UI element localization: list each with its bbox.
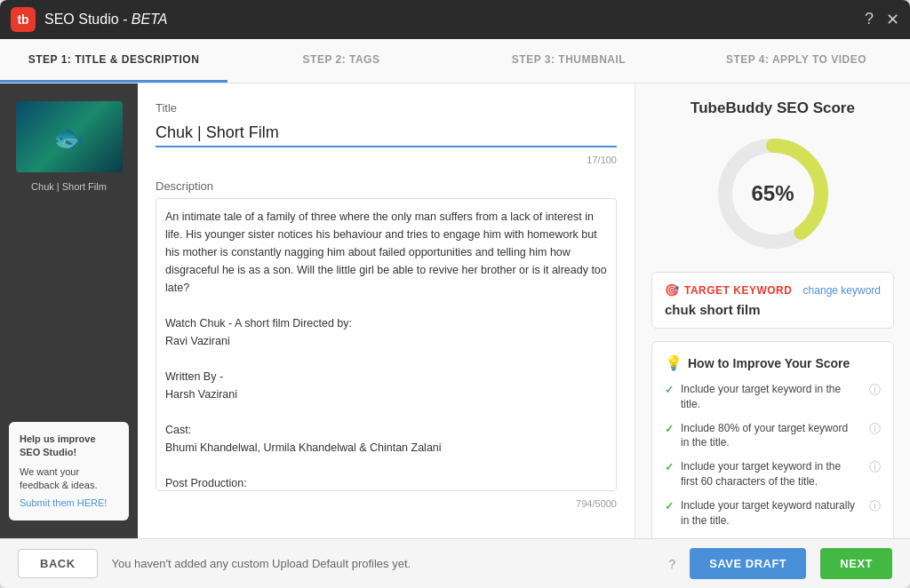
info-icon-1[interactable]: ⓘ [869, 382, 881, 398]
tab-step4[interactable]: STEP 4: APPLY TO VIDEO [682, 39, 910, 83]
title-label: Title [156, 101, 617, 115]
info-icon-4[interactable]: ⓘ [869, 498, 881, 514]
check-icon-2: ✓ [665, 422, 674, 437]
check-icon-1: ✓ [665, 383, 674, 398]
seo-score-value: 65% [751, 181, 794, 206]
improve-item-text-2: Include 80% of your target keyword in th… [681, 421, 858, 451]
improve-item-3: ✓ Include your target keyword in the fir… [665, 459, 881, 489]
tab-step3[interactable]: STEP 3: THUMBNAIL [455, 39, 682, 83]
back-button[interactable]: BACK [18, 549, 98, 578]
feedback-heading: Help us improve SEO Studio! [20, 433, 118, 460]
improve-box: 💡 How to Improve Your Score ✓ Include yo… [651, 341, 894, 538]
description-textarea[interactable]: An intimate tale of a family of three wh… [156, 198, 617, 491]
change-keyword-link[interactable]: change keyword [803, 284, 881, 297]
improve-title: 💡 How to Improve Your Score [665, 354, 881, 371]
right-panel: TubeBuddy SEO Score 65% 🎯 [635, 83, 910, 538]
feedback-box: Help us improve SEO Studio! We want your… [9, 422, 129, 520]
status-text: You haven't added any custom Upload Defa… [112, 557, 651, 570]
video-label: Chuk | Short Film [31, 181, 107, 192]
left-sidebar: 🐟 Chuk | Short Film Help us improve SEO … [0, 83, 138, 538]
steps-nav: STEP 1: TITLE & DESCRIPTION STEP 2: TAGS… [0, 39, 910, 83]
keyword-value: chuk short film [665, 302, 881, 317]
check-icon-4: ✓ [665, 499, 674, 514]
video-thumbnail: 🐟 [16, 101, 123, 172]
improve-item-4: ✓ Include your target keyword naturally … [665, 498, 881, 528]
feedback-body: We want your feedback & ideas. [20, 465, 118, 493]
tab-step2[interactable]: STEP 2: TAGS [228, 39, 455, 83]
app-logo: tb [11, 7, 36, 32]
title-input-wrap [156, 120, 617, 147]
info-icon-3[interactable]: ⓘ [869, 459, 881, 475]
titlebar: tb SEO Studio - BETA ? ✕ [0, 0, 910, 39]
donut-chart-container: 65% [651, 131, 894, 256]
main-content: 🐟 Chuk | Short Film Help us improve SEO … [0, 83, 910, 538]
tab-step1[interactable]: STEP 1: TITLE & DESCRIPTION [0, 39, 228, 83]
description-area: An intimate tale of a family of three wh… [156, 198, 617, 495]
description-char-count: 794/5000 [156, 498, 617, 509]
title-char-count: 17/100 [156, 155, 617, 165]
info-icon-2[interactable]: ⓘ [869, 421, 881, 437]
improve-item-text-3: Include your target keyword in the first… [681, 459, 858, 489]
check-icon-3: ✓ [665, 460, 674, 475]
improve-item-text-4: Include your target keyword naturally in… [681, 498, 858, 528]
next-button[interactable]: NEXT [820, 548, 892, 579]
feedback-link[interactable]: Submit them HERE! [20, 497, 118, 510]
title-input[interactable] [156, 120, 617, 147]
donut-chart: 65% [711, 131, 835, 256]
help-icon-sm[interactable]: ? [668, 557, 675, 571]
bulb-icon: 💡 [665, 354, 682, 371]
center-content: Title 17/100 Description An intimate tal… [138, 83, 635, 538]
close-icon[interactable]: ✕ [886, 10, 899, 29]
description-label: Description [156, 179, 617, 193]
help-icon[interactable]: ? [865, 10, 874, 29]
app-title: SEO Studio - BETA [44, 12, 865, 28]
target-icon: 🎯 [665, 283, 679, 297]
improve-item-2: ✓ Include 80% of your target keyword in … [665, 421, 881, 451]
titlebar-actions: ? ✕ [865, 10, 899, 29]
save-draft-button[interactable]: SAVE DRAFT [690, 548, 806, 579]
target-keyword-box: 🎯 TARGET KEYWORD change keyword chuk sho… [651, 272, 894, 329]
seo-score-title: TubeBuddy SEO Score [651, 99, 894, 117]
bottom-bar: BACK You haven't added any custom Upload… [0, 538, 910, 588]
improve-item-1: ✓ Include your target keyword in the tit… [665, 382, 881, 412]
improve-item-text-1: Include your target keyword in the title… [681, 382, 858, 412]
target-keyword-label: TARGET KEYWORD [684, 284, 803, 297]
